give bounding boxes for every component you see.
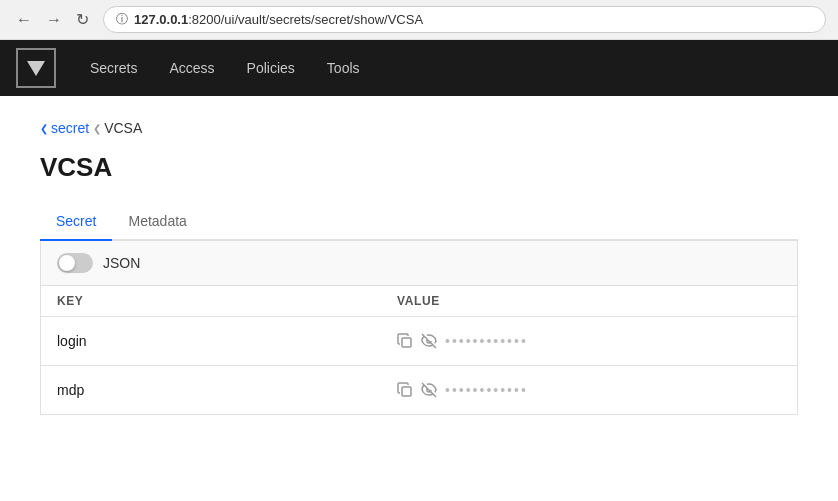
address-bar[interactable]: ⓘ 127.0.0.1:8200/ui/vault/secrets/secret…: [103, 6, 826, 33]
nav-links: Secrets Access Policies Tools: [76, 52, 374, 84]
nav-link-policies[interactable]: Policies: [233, 52, 309, 84]
lock-icon: ⓘ: [116, 11, 128, 28]
col-key-header: Key: [57, 294, 397, 308]
toggle-knob: [59, 255, 75, 271]
tab-metadata[interactable]: Metadata: [112, 203, 202, 241]
breadcrumb: secret VCSA: [40, 120, 798, 136]
vault-logo[interactable]: [16, 48, 56, 88]
col-value-header: Value: [397, 294, 781, 308]
breadcrumb-secret[interactable]: secret: [40, 120, 89, 136]
masked-value-login: ••••••••••••: [445, 333, 528, 349]
url-text: 127.0.0.1:8200/ui/vault/secrets/secret/s…: [134, 12, 423, 27]
json-toggle-row: JSON: [41, 241, 797, 286]
json-toggle-switch[interactable]: [57, 253, 93, 273]
secret-key-mdp: mdp: [57, 382, 397, 398]
tab-secret[interactable]: Secret: [40, 203, 112, 241]
nav-link-access[interactable]: Access: [155, 52, 228, 84]
copy-icon-login[interactable]: [397, 333, 413, 349]
nav-link-tools[interactable]: Tools: [313, 52, 374, 84]
secret-section: JSON Key Value login: [40, 241, 798, 415]
browser-nav-buttons: ← → ↻: [12, 10, 93, 30]
reload-button[interactable]: ↻: [72, 10, 93, 30]
app-navbar: Secrets Access Policies Tools: [0, 40, 838, 96]
eye-off-icon-mdp[interactable]: [421, 382, 437, 398]
table-header: Key Value: [41, 286, 797, 317]
tabs: Secret Metadata: [40, 203, 798, 241]
page-title: VCSA: [40, 152, 798, 183]
json-label: JSON: [103, 255, 140, 271]
secret-value-mdp: ••••••••••••: [397, 382, 781, 398]
secret-key-login: login: [57, 333, 397, 349]
browser-chrome: ← → ↻ ⓘ 127.0.0.1:8200/ui/vault/secrets/…: [0, 0, 838, 40]
table-row: login ••••••••••••: [41, 317, 797, 366]
forward-button[interactable]: →: [42, 10, 66, 30]
table-row: mdp ••••••••••••: [41, 366, 797, 414]
masked-value-mdp: ••••••••••••: [445, 382, 528, 398]
nav-link-secrets[interactable]: Secrets: [76, 52, 151, 84]
svg-rect-0: [402, 338, 411, 347]
back-button[interactable]: ←: [12, 10, 36, 30]
eye-off-icon-login[interactable]: [421, 333, 437, 349]
svg-rect-1: [402, 387, 411, 396]
secret-value-login: ••••••••••••: [397, 333, 781, 349]
main-content: secret VCSA VCSA Secret Metadata JSON Ke…: [0, 96, 838, 439]
copy-icon-mdp[interactable]: [397, 382, 413, 398]
breadcrumb-current: VCSA: [93, 120, 142, 136]
vault-logo-triangle: [27, 61, 45, 76]
